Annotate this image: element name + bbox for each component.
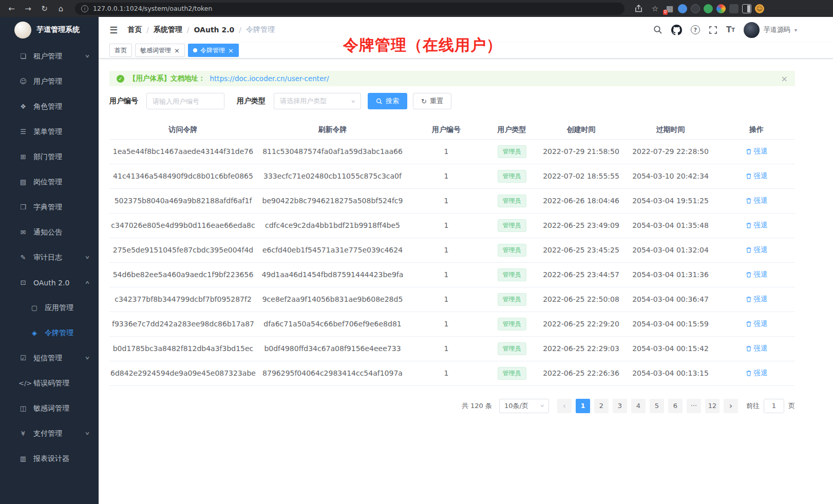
user-id-cell: 1	[408, 213, 484, 238]
sidebar-item-oauth2-app[interactable]: ▢ 应用管理	[0, 295, 99, 320]
force-logout-button[interactable]: 强退	[746, 295, 768, 304]
goto-page-input[interactable]	[764, 399, 784, 413]
menu-item-icon: ⊡	[18, 279, 28, 286]
tab-sensitive-word[interactable]: 敏感词管理 ×	[135, 44, 185, 57]
sidebar-item-sensitive-word[interactable]: ◫ 敏感词管理	[0, 396, 99, 421]
force-logout-button[interactable]: 强退	[746, 270, 768, 279]
breadcrumb-item[interactable]: OAuth 2.0	[194, 26, 235, 34]
tab-home[interactable]: 首页	[109, 44, 132, 57]
app-logo[interactable]: 芋道管理系统	[0, 17, 99, 43]
fullscreen-icon[interactable]	[709, 26, 717, 34]
chevron-down-icon: ∨	[85, 280, 90, 285]
sidebar-item-oauth2[interactable]: ⊡ OAuth 2.0 ∨	[0, 270, 99, 295]
breadcrumb-item[interactable]: 系统管理	[154, 25, 182, 34]
sidebar-item-payment[interactable]: ¥ 支付管理 ∨	[0, 421, 99, 446]
extension-grid-icon[interactable]: ▦ 0	[665, 4, 674, 13]
user-type-select[interactable]: 请选择用户类型 ∨	[274, 93, 361, 109]
sidebar-item-error-code[interactable]: </> 错误码管理	[0, 371, 99, 396]
browser-chrome: ← → ↻ ⌂ i 127.0.0.1:1024/system/oauth2/t…	[0, 0, 833, 17]
force-logout-button[interactable]: 强退	[746, 171, 768, 181]
delete-icon	[746, 247, 752, 253]
delete-icon	[746, 272, 752, 278]
page-number-button[interactable]: 3	[613, 399, 627, 413]
force-logout-button[interactable]: 强退	[746, 221, 768, 230]
sidebar-toggle-icon[interactable]: ☰	[109, 25, 118, 35]
sidebar-item-oauth2-token[interactable]: ◈ 令牌管理	[0, 320, 99, 345]
page-number-button[interactable]: ···	[687, 399, 701, 413]
profile-avatar-icon[interactable]: ☺	[755, 4, 764, 13]
force-logout-button[interactable]: 强退	[746, 369, 768, 378]
access-token-cell: 6d842e2924594de9a09e45e087323abe	[109, 361, 257, 385]
sidebar-item-report-designer[interactable]: ▥ 报表设计器	[0, 446, 99, 471]
prev-page-button[interactable]: ‹	[557, 399, 572, 413]
sidebar-item-notice[interactable]: ✉ 通知公告	[0, 220, 99, 245]
font-size-icon[interactable]: TT	[726, 25, 735, 34]
table-row: f9336e7c7dd242a283ee98dc86b17a87 dfa6c71…	[109, 312, 795, 336]
delete-icon	[746, 345, 752, 352]
home-icon[interactable]: ⌂	[54, 2, 67, 15]
page-number-button[interactable]: 5	[650, 399, 664, 413]
page-number-button[interactable]: 12	[705, 399, 720, 413]
reset-button[interactable]: ↻ 重置	[413, 93, 451, 109]
column-header: 访问令牌	[109, 121, 257, 139]
chevron-down-icon[interactable]: ▾	[794, 27, 797, 33]
page-number-button[interactable]: 1	[576, 399, 590, 413]
chevron-down-icon: ∨	[85, 355, 90, 360]
search-icon[interactable]	[653, 25, 662, 34]
sidebar-item-dept[interactable]: ⊞ 部门管理	[0, 144, 99, 169]
access-token-cell: 502375b8040a469a9b82188afdf6af1f	[109, 188, 257, 213]
actions-cell: 强退	[718, 188, 795, 213]
reload-icon[interactable]: ↻	[38, 2, 51, 15]
share-icon[interactable]	[632, 2, 645, 15]
sidebar-item-dict[interactable]: ❒ 字典管理	[0, 195, 99, 220]
address-bar[interactable]: i 127.0.0.1:1024/system/oauth2/token	[75, 3, 624, 15]
help-icon[interactable]: ?	[691, 25, 700, 34]
force-logout-button[interactable]: 强退	[746, 319, 768, 328]
tab-token[interactable]: 令牌管理 ×	[188, 44, 239, 57]
extension-icon-green[interactable]	[704, 4, 713, 13]
menu-item-icon: ▥	[18, 455, 28, 462]
page-number-button[interactable]: 2	[594, 399, 609, 413]
force-logout-button[interactable]: 强退	[746, 245, 768, 255]
refresh-token-cell: 9ce8ef2aa9f14056b831ae9b608e28d5	[257, 287, 408, 312]
breadcrumb: 首页 / 系统管理 / OAuth 2.0 / 令牌管理	[127, 25, 275, 34]
next-page-button[interactable]: ›	[724, 399, 738, 413]
force-logout-button[interactable]: 强退	[746, 196, 768, 205]
force-logout-button[interactable]: 强退	[746, 344, 768, 353]
extension-icon-colorful[interactable]	[716, 4, 726, 13]
bookmark-star-icon[interactable]: ☆	[649, 2, 661, 15]
sidebar-item-role[interactable]: ❖ 角色管理	[0, 94, 99, 119]
close-icon[interactable]: ×	[781, 74, 788, 84]
breadcrumb-item[interactable]: 令牌管理	[246, 25, 275, 34]
sidebar-item-tenant[interactable]: ❏ 租户管理 ∨	[0, 44, 99, 69]
table-row: 275e5de9151045fe87cbdc395e004f4d e6cfd40…	[109, 238, 795, 262]
page-size-select[interactable]: 10条/页 ∨	[499, 399, 549, 413]
back-icon[interactable]: ←	[5, 2, 18, 15]
sidebar-item-menu[interactable]: ☰ 菜单管理	[0, 119, 99, 144]
force-logout-button[interactable]: 强退	[746, 147, 768, 156]
search-button[interactable]: 搜索	[368, 93, 407, 109]
github-icon[interactable]	[671, 25, 682, 35]
breadcrumb-item[interactable]: 首页	[127, 25, 142, 34]
page-number-button[interactable]: 4	[631, 399, 646, 413]
sidebar-item-audit-log[interactable]: ✎ 审计日志 ∨	[0, 245, 99, 270]
side-panel-icon[interactable]	[742, 4, 751, 13]
user-id-input[interactable]	[146, 93, 224, 109]
sidebar-item-post[interactable]: ▤ 岗位管理	[0, 169, 99, 195]
extension-icon-blue[interactable]	[678, 4, 687, 13]
extension-icon-dark[interactable]	[691, 4, 700, 13]
access-token-cell: c347026e805e4d99b0d116eae66eda8c	[109, 213, 257, 238]
page-number-button[interactable]: 6	[668, 399, 683, 413]
sidebar-item-user[interactable]: ☺ 用户管理	[0, 69, 99, 94]
user-menu[interactable]: 芋道源码 ▾	[744, 22, 797, 38]
site-info-icon[interactable]: i	[81, 5, 88, 12]
forward-icon[interactable]: →	[22, 2, 34, 15]
sidebar-item-sms[interactable]: ☑ 短信管理 ∨	[0, 345, 99, 371]
tab-close-icon[interactable]: ×	[228, 47, 234, 54]
url-text[interactable]: 127.0.0.1:1024/system/oauth2/token	[93, 5, 212, 12]
user-avatar[interactable]	[744, 22, 760, 38]
doc-link[interactable]: https://doc.iocoder.cn/user-center/	[210, 74, 329, 83]
expire-time-cell: 2054-03-04 19:51:25	[623, 188, 718, 213]
extension-icon-square[interactable]	[729, 4, 739, 13]
tab-close-icon[interactable]: ×	[174, 47, 180, 54]
